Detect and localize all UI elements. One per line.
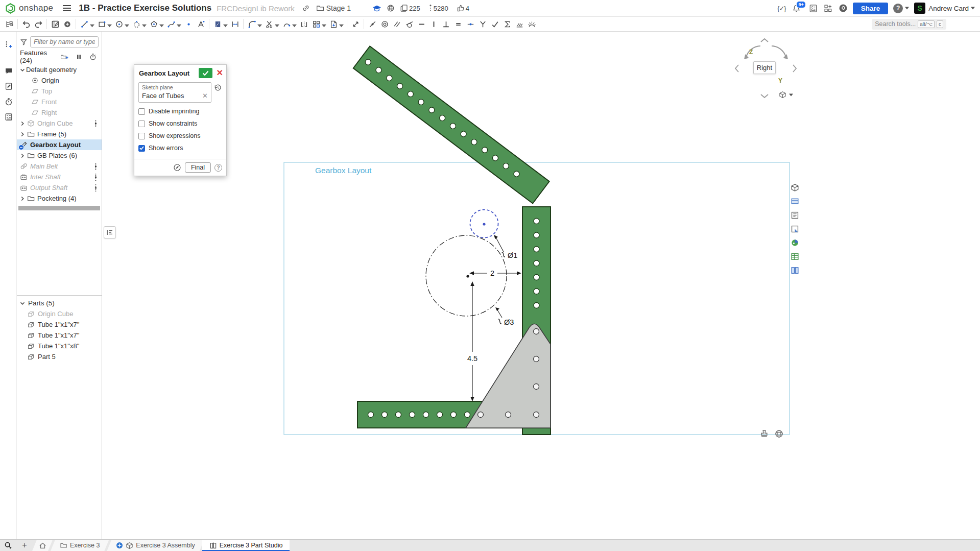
dialog-cancel-button[interactable]: ✕	[217, 69, 223, 77]
dialog-accept-button[interactable]	[199, 68, 212, 78]
curvature-comb-button[interactable]	[525, 18, 538, 30]
filter-funnel-icon[interactable]	[20, 38, 28, 46]
polygon-tool-button[interactable]	[148, 18, 160, 30]
tree-folder-frame[interactable]: Frame (5)	[17, 129, 102, 139]
part-item-part-5[interactable]: Part 5	[17, 351, 102, 362]
selection-history-icon[interactable]	[213, 83, 222, 92]
pattern-tool-button[interactable]	[310, 18, 322, 30]
polygon-tool-caret-icon[interactable]	[159, 24, 164, 28]
insert-image-button[interactable]	[61, 18, 74, 30]
fillet-tool-button[interactable]	[246, 18, 258, 30]
help-button[interactable]: ?	[893, 4, 903, 13]
curvature-constraint-button[interactable]	[489, 18, 501, 30]
undo-button[interactable]	[20, 18, 32, 30]
split-panes-icon[interactable]	[790, 266, 800, 275]
checkbox-show-constraints[interactable]: Show constraints	[138, 120, 222, 127]
construction-circle-caret-icon[interactable]	[142, 24, 147, 28]
dimension-height[interactable]: 4.5	[467, 281, 477, 401]
checkbox-disable-imprinting[interactable]: Disable imprinting	[138, 108, 222, 115]
sketch-circle-small-selected[interactable]	[470, 210, 498, 238]
rollback-bar[interactable]	[18, 206, 100, 210]
clear-selection-icon[interactable]: ✕	[202, 92, 208, 100]
equal-constraint-button[interactable]	[452, 18, 464, 30]
dimension-tool-button[interactable]	[229, 18, 241, 30]
new-tab-button[interactable]: +	[17, 540, 32, 551]
pattern-caret-icon[interactable]	[322, 24, 326, 28]
part-item-tube-1[interactable]: Tube 1"x1"x7"	[17, 319, 102, 330]
rectangle-tool-caret-icon[interactable]	[107, 24, 112, 28]
tab-exercise-3[interactable]: Exercise 3	[51, 540, 109, 551]
tab-manager-icon[interactable]	[0, 540, 17, 551]
section-view-icon[interactable]	[790, 183, 800, 193]
line-tool-caret-icon[interactable]	[90, 24, 94, 28]
checkbox-box[interactable]	[138, 108, 145, 115]
checkbox-show-errors[interactable]: Show errors	[138, 145, 222, 152]
tree-item-top-plane[interactable]: Top	[17, 86, 102, 97]
construction-toggle-button[interactable]	[211, 18, 224, 30]
view-cube-caret-icon[interactable]	[789, 93, 793, 97]
construction-circle-tool-button[interactable]	[130, 18, 142, 30]
tree-item-gearbox-layout[interactable]: Gearbox Layout	[17, 139, 102, 150]
midpoint-constraint-button[interactable]	[464, 18, 476, 30]
apps-icon[interactable]	[824, 4, 832, 13]
tree-item-front-plane[interactable]: Front	[17, 97, 102, 107]
link-icon[interactable]	[302, 4, 310, 12]
part-item-tube-3[interactable]: Tube 1"x1"x8"	[17, 341, 102, 351]
tree-group-default-geometry[interactable]: Default geometry	[17, 64, 102, 75]
release-notes-icon[interactable]	[0, 79, 17, 94]
versions-history-icon[interactable]	[0, 94, 17, 109]
circle-tool-caret-icon[interactable]	[125, 24, 129, 28]
mirror-tool-button[interactable]	[298, 18, 310, 30]
dialog-help-icon[interactable]: ?	[214, 164, 222, 172]
main-menu-icon[interactable]	[62, 5, 71, 12]
insert-feature-icon[interactable]	[0, 37, 17, 52]
gusset-plate[interactable]	[466, 324, 551, 428]
drawing-views-icon[interactable]	[790, 210, 800, 220]
dimension-diameter-1[interactable]: Ø1	[494, 235, 517, 259]
dimension-width[interactable]: 2	[469, 269, 521, 277]
featurescript-icon[interactable]: {✓}	[777, 5, 786, 12]
comments-icon[interactable]	[0, 63, 17, 79]
hatch-button[interactable]	[513, 18, 525, 30]
graphics-canvas[interactable]: Gearbox Layout	[102, 32, 980, 539]
tab-exercise-3-assembly[interactable]: Exercise 3 Assembly	[107, 540, 204, 551]
usage-icon[interactable]	[428, 4, 433, 12]
avatar[interactable]: S	[914, 3, 925, 14]
fillet-caret-icon[interactable]	[257, 24, 262, 28]
bom-table-icon[interactable]	[790, 252, 800, 261]
chevron-down-icon[interactable]	[19, 300, 26, 306]
tasks-icon[interactable]	[809, 4, 818, 13]
selection-options-icon[interactable]	[790, 224, 800, 234]
checkbox-box[interactable]	[138, 133, 145, 139]
chevron-right-icon[interactable]	[19, 131, 26, 137]
share-button[interactable]: Share	[853, 3, 889, 14]
onshape-logo[interactable]: onshape	[5, 3, 53, 14]
dimension-diameter-3[interactable]: Ø3	[495, 307, 514, 326]
item-menu-dots-icon[interactable]	[94, 162, 98, 171]
spline-tool-caret-icon[interactable]	[177, 24, 181, 28]
chevron-right-icon[interactable]	[19, 121, 26, 127]
spline-tool-button[interactable]	[165, 18, 177, 30]
use-project-caret-icon[interactable]	[292, 24, 297, 28]
part-item-tube-2[interactable]: Tube 1"x1"x7"	[17, 330, 102, 341]
education-icon[interactable]	[372, 5, 381, 12]
construction-caret-icon[interactable]	[223, 24, 228, 28]
text-tool-button[interactable]	[195, 18, 207, 30]
sketch-dialog-header[interactable]: Gearbox Layout ✕	[134, 65, 226, 81]
like-icon[interactable]	[457, 4, 465, 12]
point-tool-button[interactable]	[182, 18, 195, 30]
redo-button[interactable]	[32, 18, 44, 30]
diagonal-tube[interactable]	[353, 46, 549, 203]
vertical-constraint-button[interactable]	[427, 18, 440, 30]
checkbox-box-checked[interactable]	[138, 145, 145, 152]
perpendicular-constraint-button[interactable]	[440, 18, 452, 30]
tab-exercise-3-part-studio[interactable]: Exercise 3 Part Studio	[202, 540, 290, 551]
trim-caret-icon[interactable]	[275, 24, 279, 28]
environment-sphere-icon[interactable]	[774, 429, 784, 439]
view-cube-menu-icon[interactable]	[779, 91, 786, 99]
trim-tool-button[interactable]	[263, 18, 275, 30]
item-menu-dots-icon[interactable]	[94, 173, 98, 181]
item-menu-dots-icon[interactable]	[94, 184, 98, 192]
history-clock-icon[interactable]	[89, 53, 97, 60]
chevron-right-icon[interactable]	[19, 153, 26, 159]
